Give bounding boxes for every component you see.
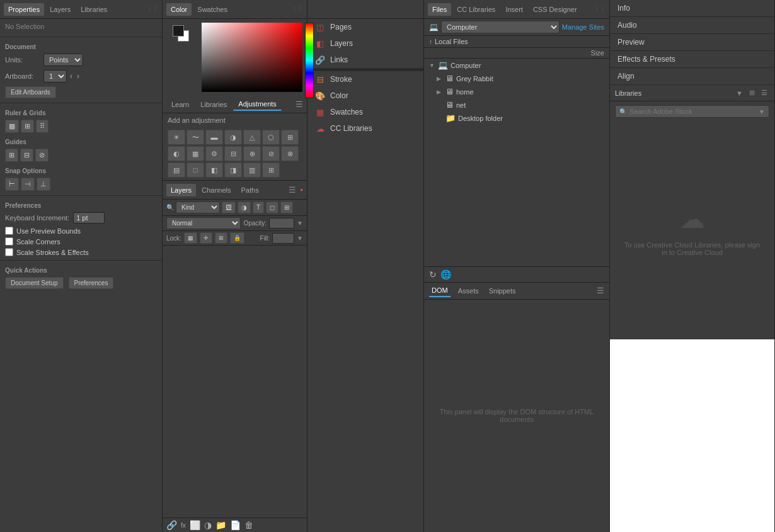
tab-files[interactable]: Files: [428, 3, 451, 16]
adj-vibrance-btn[interactable]: △: [243, 130, 261, 145]
nav-links[interactable]: 🔗 Links: [307, 52, 423, 68]
tree-desktop[interactable]: 📁 Desktop folder: [424, 111, 609, 125]
adj-exposure-btn[interactable]: ◑: [224, 130, 242, 145]
nav-layers[interactable]: ◧ Layers: [307, 35, 423, 52]
nav-swatches[interactable]: ▦ Swatches: [307, 104, 423, 120]
adj-channelmixer-btn[interactable]: ⚙: [205, 146, 223, 161]
fill-dropdown[interactable]: ▼: [297, 235, 303, 242]
nav-color[interactable]: 🎨 Color: [307, 88, 423, 104]
keyboard-increment-input[interactable]: [73, 212, 105, 224]
hue-strip[interactable]: [305, 23, 314, 98]
grid-icon-btn[interactable]: ⊞: [21, 120, 34, 133]
adj-photofilter-btn[interactable]: ▦: [187, 146, 204, 161]
layer-mask-icon[interactable]: ⬜: [190, 520, 200, 530]
tab-layers-p2[interactable]: Layers: [166, 184, 196, 196]
dots-grid-icon-btn[interactable]: ⠿: [36, 120, 49, 133]
tab-swatches[interactable]: Swatches: [193, 3, 232, 16]
layer-adjust-icon-btn[interactable]: ◑: [238, 201, 251, 213]
adj-levels-btn[interactable]: ▬: [205, 130, 223, 145]
adj-extra3-btn[interactable]: ⊞: [262, 162, 280, 178]
tab-dom[interactable]: DOM: [429, 285, 451, 297]
layer-new-icon[interactable]: 📄: [230, 520, 241, 530]
tab-paths[interactable]: Paths: [237, 184, 263, 196]
tab-properties[interactable]: Properties: [4, 3, 44, 16]
layer-link-icon[interactable]: 🔗: [166, 520, 177, 530]
adj-selectivecolor-btn[interactable]: □: [187, 162, 204, 178]
adj-gradientmap-btn[interactable]: ▤: [168, 162, 185, 178]
refresh-icon[interactable]: ↻: [429, 269, 437, 280]
artboard-prev-btn[interactable]: ‹: [69, 72, 74, 81]
snap-icon2-btn[interactable]: ⊣: [21, 178, 35, 191]
layer-delete-icon[interactable]: 🗑: [244, 520, 253, 530]
tab-insert[interactable]: Insert: [501, 3, 527, 16]
nav-pages[interactable]: ◫ Pages: [307, 19, 423, 35]
nav-cc-libraries[interactable]: ☁ CC Libraries: [307, 120, 423, 137]
artboard-next-btn[interactable]: ›: [76, 72, 81, 81]
tab-layers-p1[interactable]: Layers: [45, 3, 75, 16]
tab-libraries-p1[interactable]: Libraries: [76, 3, 112, 16]
tab-color[interactable]: Color: [166, 3, 192, 16]
tab-snippets[interactable]: Snippets: [486, 285, 519, 297]
adj-extra2-btn[interactable]: ▥: [243, 162, 261, 178]
layer-group-icon[interactable]: 📁: [215, 520, 226, 530]
tab-assets[interactable]: Assets: [456, 285, 481, 297]
adj-colorsearch-btn[interactable]: ⊟: [224, 146, 242, 161]
color-gradient[interactable]: [202, 23, 302, 92]
right-item-info[interactable]: Info: [610, 0, 774, 17]
globe-icon[interactable]: 🌐: [440, 269, 451, 280]
guide-icon3-btn[interactable]: ⊘: [35, 149, 49, 162]
layers-menu-icon[interactable]: ☰: [289, 185, 296, 195]
adj-brightness-btn[interactable]: ☀: [168, 130, 185, 145]
right-item-align[interactable]: Align: [610, 68, 774, 85]
fill-input[interactable]: [272, 233, 294, 244]
opacity-input[interactable]: [269, 218, 294, 229]
artboard-select[interactable]: 1: [43, 70, 67, 82]
guide-icon2-btn[interactable]: ⊟: [20, 149, 33, 162]
adj-blackwhite-btn[interactable]: ◐: [168, 146, 185, 161]
blend-mode-select[interactable]: Normal Multiply Screen: [166, 217, 241, 229]
tab-css-designer[interactable]: CSS Designer: [529, 3, 582, 16]
sub-tab-libraries[interactable]: Libraries: [195, 99, 232, 110]
lock-artboard-btn[interactable]: ⊞: [215, 232, 227, 244]
tree-grey-rabbit[interactable]: ▶ 🖥 Grey Rabbit: [424, 72, 609, 85]
tab-channels[interactable]: Channels: [197, 184, 235, 196]
adj-hsl-btn[interactable]: ⬡: [262, 130, 280, 145]
tab-cc-libraries-files[interactable]: CC Libraries: [452, 3, 500, 16]
guide-icon1-btn[interactable]: ⊞: [5, 149, 18, 162]
adj-invert-btn[interactable]: ⊕: [243, 146, 261, 161]
lock-pixels-btn[interactable]: ▦: [184, 232, 197, 244]
layer-fx-icon[interactable]: fx: [181, 522, 186, 529]
layer-type-icon-btn[interactable]: T: [253, 201, 264, 213]
search-adobe-input[interactable]: [629, 108, 756, 115]
location-select[interactable]: Computer: [441, 21, 560, 33]
units-select[interactable]: Points Pixels Inches: [43, 54, 83, 66]
opacity-dropdown[interactable]: ▼: [297, 220, 303, 227]
adj-curves-btn[interactable]: 〜: [187, 130, 204, 145]
snap-icon1-btn[interactable]: ⊢: [5, 178, 19, 191]
layer-smart-icon-btn[interactable]: ⊞: [280, 201, 293, 213]
layer-adjustment-icon[interactable]: ◑: [204, 520, 212, 530]
libraries-list-btn[interactable]: ☰: [759, 88, 769, 98]
tree-net[interactable]: 🖥 net: [424, 98, 609, 111]
lock-all-btn[interactable]: 🔒: [230, 232, 244, 244]
scale-corners-checkbox[interactable]: [5, 237, 13, 246]
search-dropdown-icon[interactable]: ▼: [759, 108, 765, 115]
scale-strokes-checkbox[interactable]: [5, 248, 13, 256]
adj-extra-btn[interactable]: ◨: [224, 162, 242, 178]
tree-home[interactable]: ▶ 🖥 home: [424, 85, 609, 98]
sub-tab-adjustments[interactable]: Adjustments: [233, 98, 282, 111]
manage-sites-link[interactable]: Manage Sites: [562, 23, 604, 31]
foreground-color[interactable]: [173, 25, 184, 37]
adj-colorbalance-btn[interactable]: ⊞: [281, 130, 299, 145]
right-item-effects-presets[interactable]: Effects & Presets: [610, 51, 774, 68]
document-setup-btn[interactable]: Document Setup: [5, 277, 64, 289]
libraries-grid-btn[interactable]: ⊞: [747, 88, 757, 98]
adj-posterize-btn[interactable]: ⊘: [262, 146, 280, 161]
snap-icon3-btn[interactable]: ⊥: [37, 178, 50, 191]
right-item-preview[interactable]: Preview: [610, 34, 774, 51]
tree-computer[interactable]: ▼ 💻 Computer: [424, 59, 609, 72]
adj-shadows-btn[interactable]: ◧: [205, 162, 223, 178]
libraries-dropdown-btn[interactable]: ▼: [734, 88, 745, 98]
lock-move-btn[interactable]: ✛: [200, 232, 212, 244]
layer-shape-icon-btn[interactable]: ◻: [266, 201, 278, 213]
